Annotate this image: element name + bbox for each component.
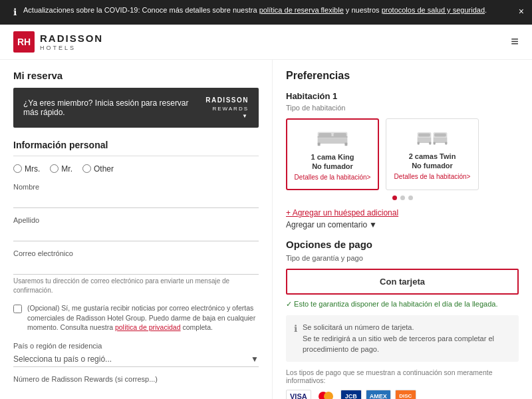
nombre-label: Nombre — [13, 183, 259, 191]
rewards-bar[interactable]: ¿Ya eres miembro? Inicia sesión para res… — [13, 88, 259, 128]
apellido-label: Apellido — [13, 216, 259, 224]
dot-2[interactable] — [400, 196, 405, 200]
svg-rect-13 — [418, 142, 420, 144]
payment-subtitle: Tipo de garantía y pago — [286, 254, 519, 262]
newsletter-text: (Opcional) Sí, me gustaría recibir notic… — [27, 303, 259, 332]
rewards-number-group: Número de Radisson Rewards (si corresp..… — [13, 375, 259, 399]
country-label: País o región de residencia — [13, 342, 259, 350]
nombre-field-group: Nombre — [13, 183, 259, 208]
chevron-down-icon: ▼ — [369, 220, 377, 229]
dot-3[interactable] — [408, 196, 413, 200]
pay-with-card-button[interactable]: Con tarjeta — [286, 269, 519, 295]
country-select[interactable]: Selecciona tu país o regió... ▼ — [13, 352, 259, 367]
carousel-dots — [286, 196, 519, 200]
salutation-mrs[interactable]: Mrs. — [13, 164, 40, 174]
payment-info-text: Se solicitará un número de tarjeta. Se t… — [303, 322, 511, 355]
payment-title: Opciones de pago — [286, 239, 519, 250]
discover-icon: DISC — [395, 390, 416, 399]
banner-text: Actualizaciones sobre la COVID-19: Conoc… — [23, 5, 487, 15]
payment-note: Los tipos de pago que se muestran a cont… — [286, 368, 519, 384]
svg-rect-14 — [429, 142, 431, 144]
logo-icon: RH — [13, 31, 35, 53]
salutation-mr[interactable]: Mr. — [50, 164, 72, 174]
privacy-link[interactable]: política de privacidad — [115, 323, 181, 331]
apellido-input[interactable] — [13, 226, 259, 241]
svg-rect-12 — [434, 133, 446, 136]
logo-name: RADISSON — [40, 33, 103, 45]
info-icon: ℹ — [13, 6, 17, 19]
svg-rect-11 — [418, 133, 430, 136]
svg-rect-16 — [445, 142, 447, 144]
jcb-icon: JCB — [340, 390, 362, 399]
email-label: Correo electrónico — [13, 249, 259, 257]
rewards-bar-text: ¿Ya eres miembro? Inicia sesión para res… — [23, 98, 205, 117]
room-card-twin-detail[interactable]: Detalles de la habitación> — [393, 173, 471, 180]
room-card-king-sub: No fumador — [294, 162, 371, 171]
right-panel: Preferencias Habitación 1 Tipo de habita… — [273, 60, 532, 399]
rewards-number-label: Número de Radisson Rewards (si corresp..… — [13, 375, 259, 383]
rewards-logo: RADISSON REWARDS ▼ — [205, 96, 249, 120]
svg-rect-15 — [434, 142, 436, 144]
room-card-king-detail[interactable]: Detalles de la habitación> — [294, 174, 371, 181]
header: RH RADISSON HOTELS ≡ — [0, 25, 532, 60]
add-comment-link[interactable]: Agregar un comentario ▼ — [286, 220, 519, 229]
twin-bed-icon — [393, 127, 471, 148]
country-placeholder: Selecciona tu país o regió... — [13, 354, 112, 364]
salutation-other[interactable]: Other — [82, 164, 114, 174]
salutation-group: Mrs. Mr. Other — [13, 164, 259, 174]
health-protocols-link[interactable]: protocolos de salud y seguridad — [382, 6, 485, 14]
room-card-twin-sub: No fumador — [393, 161, 471, 170]
rewards-number-input[interactable] — [13, 385, 259, 399]
menu-button[interactable]: ≡ — [511, 34, 519, 49]
room-card-king-name: 1 cama King — [294, 152, 371, 162]
mastercard-icon — [315, 390, 336, 399]
apellido-field-group: Apellido — [13, 216, 259, 241]
room-card-king[interactable]: 1 cama King No fumador Detalles de la ha… — [286, 118, 379, 191]
logo: RH RADISSON HOTELS — [13, 31, 103, 53]
payment-info-box: ℹ Se solicitará un número de tarjeta. Se… — [286, 315, 519, 362]
covid-banner: ℹ Actualizaciones sobre la COVID-19: Con… — [0, 0, 532, 25]
email-field-group: Correo electrónico Usaremos tu dirección… — [13, 249, 259, 295]
chevron-down-icon: ▼ — [251, 354, 259, 364]
svg-rect-5 — [344, 142, 347, 146]
svg-rect-4 — [318, 142, 321, 146]
email-hint: Usaremos tu dirección de correo electrón… — [13, 277, 259, 295]
logo-text-block: RADISSON HOTELS — [40, 33, 103, 51]
king-bed-icon — [294, 128, 371, 148]
personal-info-title: Información personal — [13, 140, 259, 156]
reservation-title: Mi reserva — [13, 70, 259, 81]
close-banner-button[interactable]: × — [519, 5, 524, 19]
amex-icon: AMEX — [366, 390, 391, 399]
room-card-twin-name: 2 camas Twin — [393, 152, 471, 161]
country-group: País o región de residencia Selecciona t… — [13, 342, 259, 367]
dot-1[interactable] — [392, 196, 397, 200]
room-title: Habitación 1 — [286, 91, 519, 101]
flexible-policy-link[interactable]: política de reserva flexible — [259, 6, 344, 14]
guarantee-message: ✓ Esto te garantiza disponer de la habit… — [286, 300, 519, 309]
visa-icon: VISA — [286, 390, 311, 399]
newsletter-group: (Opcional) Sí, me gustaría recibir notic… — [13, 303, 259, 332]
room-subtitle: Tipo de habitación — [286, 104, 519, 112]
room-cards-container: 1 cama King No fumador Detalles de la ha… — [286, 118, 519, 191]
logo-subtitle: HOTELS — [40, 45, 103, 51]
newsletter-checkbox[interactable] — [13, 305, 22, 313]
add-guest-link[interactable]: + Agregar un huésped adicional — [286, 208, 519, 217]
main-content: Mi reserva ¿Ya eres miembro? Inicia sesi… — [0, 60, 532, 399]
email-input[interactable] — [13, 259, 259, 275]
nombre-input[interactable] — [13, 193, 259, 208]
room-card-twin[interactable]: 2 camas Twin No fumador Detalles de la h… — [386, 118, 479, 191]
preferences-title: Preferencias — [286, 70, 519, 82]
svg-rect-6 — [318, 136, 348, 137]
payment-icons-row: VISA JCB AMEX DISC — [286, 390, 519, 399]
info-circle-icon: ℹ — [294, 322, 297, 336]
left-panel: Mi reserva ¿Ya eres miembro? Inicia sesi… — [0, 60, 273, 399]
